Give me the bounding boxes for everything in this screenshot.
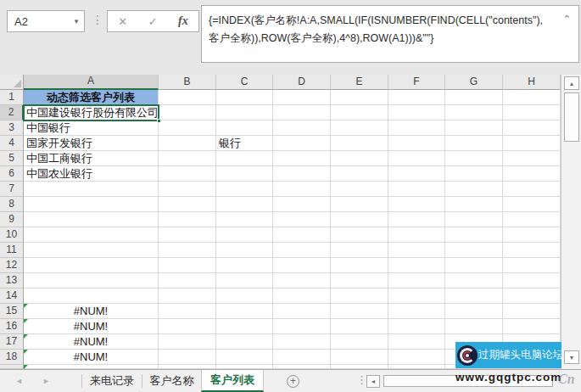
cell-G2[interactable]: [445, 105, 503, 120]
cell-A13[interactable]: [24, 273, 159, 288]
row-header-5[interactable]: 5: [0, 151, 24, 166]
cell-H8[interactable]: [503, 197, 561, 212]
cell-A14[interactable]: [24, 288, 159, 304]
cell-D10[interactable]: [273, 227, 331, 243]
cell-A3[interactable]: 中国银行: [24, 120, 159, 136]
cell-G5[interactable]: [445, 151, 503, 166]
cell-H9[interactable]: [503, 212, 561, 227]
cell-F1[interactable]: [388, 90, 445, 105]
cell-G4[interactable]: [445, 136, 503, 151]
cell-A18[interactable]: #NUM!: [24, 350, 159, 365]
row-header-12[interactable]: 12: [0, 258, 24, 273]
cell-F17[interactable]: [388, 334, 445, 350]
cell-D17[interactable]: [273, 334, 331, 350]
cell-E1[interactable]: [331, 90, 388, 105]
cell-H11[interactable]: [503, 243, 561, 258]
cell-E11[interactable]: [331, 243, 388, 258]
vertical-scrollbar[interactable]: ▲ ▼: [561, 75, 581, 369]
row-header-7[interactable]: 7: [0, 182, 24, 197]
cell-A12[interactable]: [24, 258, 159, 273]
cell-C1[interactable]: [216, 90, 273, 105]
hscroll-left-icon[interactable]: ◄: [366, 375, 380, 388]
column-header-D[interactable]: D: [273, 75, 331, 90]
cell-A8[interactable]: [24, 197, 159, 212]
sheet-tab-call-records[interactable]: 来电记录: [82, 370, 142, 392]
cell-F4[interactable]: [388, 136, 445, 151]
cell-F16[interactable]: [388, 319, 445, 334]
cell-H3[interactable]: [503, 120, 561, 136]
column-header-B[interactable]: B: [159, 75, 216, 90]
cell-E17[interactable]: [331, 334, 388, 350]
row-header-10[interactable]: 10: [0, 227, 24, 243]
cell-E18[interactable]: [331, 350, 388, 365]
cell-E10[interactable]: [331, 227, 388, 243]
cell-E13[interactable]: [331, 273, 388, 288]
cell-C14[interactable]: [216, 288, 273, 304]
cell-F11[interactable]: [388, 243, 445, 258]
cell-C8[interactable]: [216, 197, 273, 212]
cell-B6[interactable]: [159, 166, 216, 182]
cell-C10[interactable]: [216, 227, 273, 243]
cell-G14[interactable]: [445, 288, 503, 304]
row-header-18[interactable]: 18: [0, 350, 24, 365]
cell-A11[interactable]: [24, 243, 159, 258]
cell-B4[interactable]: [159, 136, 216, 151]
column-header-E[interactable]: E: [331, 75, 388, 90]
cell-C11[interactable]: [216, 243, 273, 258]
cell-B10[interactable]: [159, 227, 216, 243]
row-header-2[interactable]: 2: [0, 105, 24, 120]
cell-E4[interactable]: [331, 136, 388, 151]
row-header-9[interactable]: 9: [0, 212, 24, 227]
cell-C9[interactable]: [216, 212, 273, 227]
cell-E9[interactable]: [331, 212, 388, 227]
cell-F3[interactable]: [388, 120, 445, 136]
row-header-11[interactable]: 11: [0, 243, 24, 258]
cell-B17[interactable]: [159, 334, 216, 350]
cell-B7[interactable]: [159, 182, 216, 197]
cell-E7[interactable]: [331, 182, 388, 197]
column-header-F[interactable]: F: [388, 75, 445, 90]
chevron-down-icon[interactable]: ▾: [69, 17, 84, 25]
cell-E14[interactable]: [331, 288, 388, 304]
cell-D2[interactable]: [273, 105, 331, 120]
cell-G18[interactable]: [445, 350, 503, 365]
cell-B14[interactable]: [159, 288, 216, 304]
cell-A16[interactable]: #NUM!: [24, 319, 159, 334]
cell-B8[interactable]: [159, 197, 216, 212]
cell-H4[interactable]: [503, 136, 561, 151]
cell-G11[interactable]: [445, 243, 503, 258]
cell-D14[interactable]: [273, 288, 331, 304]
scroll-down-icon[interactable]: ▼: [564, 350, 579, 364]
cell-E15[interactable]: [331, 304, 388, 319]
cell-D18[interactable]: [273, 350, 331, 365]
cell-H12[interactable]: [503, 258, 561, 273]
cell-C5[interactable]: [216, 151, 273, 166]
cell-B15[interactable]: [159, 304, 216, 319]
sheet-nav-right-icon[interactable]: ►: [42, 370, 50, 392]
cell-B13[interactable]: [159, 273, 216, 288]
cell-C4[interactable]: 银行: [216, 136, 273, 151]
cell-H7[interactable]: [503, 182, 561, 197]
column-header-A[interactable]: A: [24, 75, 159, 90]
cell-F13[interactable]: [388, 273, 445, 288]
row-header-17[interactable]: 17: [0, 334, 24, 350]
cell-G17[interactable]: [445, 334, 503, 350]
cell-F12[interactable]: [388, 258, 445, 273]
cell-G8[interactable]: [445, 197, 503, 212]
cell-F10[interactable]: [388, 227, 445, 243]
cell-H14[interactable]: [503, 288, 561, 304]
cell-B11[interactable]: [159, 243, 216, 258]
cell-E16[interactable]: [331, 319, 388, 334]
add-sheet-icon[interactable]: +: [287, 375, 299, 388]
cell-H2[interactable]: [503, 105, 561, 120]
cell-G1[interactable]: [445, 90, 503, 105]
cell-E8[interactable]: [331, 197, 388, 212]
cell-D11[interactable]: [273, 243, 331, 258]
cell-H5[interactable]: [503, 151, 561, 166]
cell-C17[interactable]: [216, 334, 273, 350]
cell-B18[interactable]: [159, 350, 216, 365]
row-header-3[interactable]: 3: [0, 120, 24, 136]
cell-H16[interactable]: [503, 319, 561, 334]
horizontal-scrollbar[interactable]: [382, 375, 578, 388]
scroll-up-icon[interactable]: ▲: [564, 76, 579, 90]
